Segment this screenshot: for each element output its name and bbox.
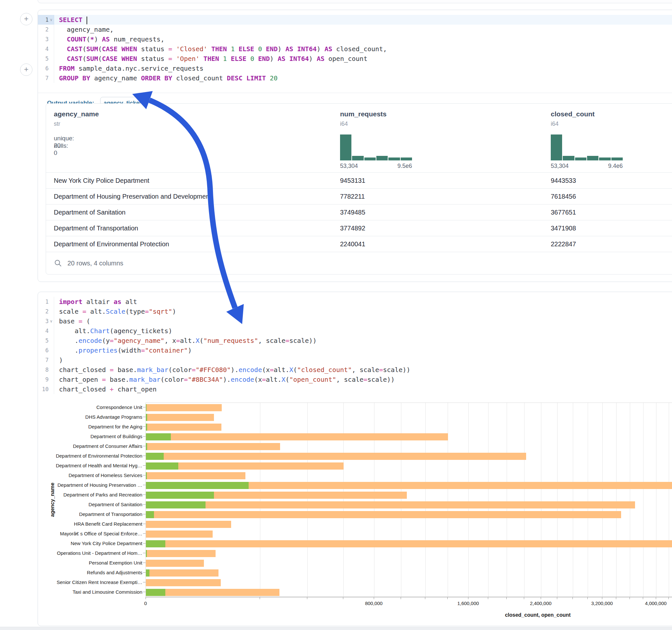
chart-bar-closed xyxy=(146,521,231,528)
code-token: ( xyxy=(293,366,297,374)
code-token: INT64 xyxy=(289,55,309,63)
line-gutter: 2 xyxy=(38,307,54,316)
code-token: ( xyxy=(82,45,86,53)
sql-line[interactable]: 2 agency_name, xyxy=(38,25,672,34)
code-text: CAST(SUM(CASE WHEN status = 'Closed' THE… xyxy=(54,44,387,54)
code-token xyxy=(118,55,122,63)
x-axis-tick xyxy=(668,597,669,599)
add-block-button-top[interactable]: + xyxy=(20,13,32,25)
dataframe-preview: 20 rows, 4 columns agency_namestrunique:… xyxy=(46,103,672,274)
code-token: FROM xyxy=(59,65,75,72)
code-token: (x xyxy=(254,375,262,383)
chart-bar-open xyxy=(146,404,146,411)
grid-line xyxy=(260,403,260,597)
chart-bar-open xyxy=(146,540,165,547)
code-token xyxy=(59,45,67,53)
code-token: 'Closed' xyxy=(176,45,207,53)
table-cell: 3677651 xyxy=(551,204,576,220)
line-number: 5 xyxy=(45,336,49,345)
code-token: "#8BC34A" xyxy=(188,375,223,383)
grid-line xyxy=(343,403,344,597)
histogram-bar xyxy=(376,156,388,161)
code-token: (x xyxy=(262,366,270,374)
sql-line[interactable]: 7GROUP BY agency_name ORDER BY closed_co… xyxy=(38,73,672,83)
x-axis-tick xyxy=(401,597,401,599)
table-row[interactable]: Department of Environmental Protection22… xyxy=(46,236,672,252)
code-token: alt. xyxy=(273,366,289,374)
line-number: 9 xyxy=(45,374,49,384)
code-token: = xyxy=(285,337,289,344)
chart-bar-closed xyxy=(146,443,280,450)
python-code-editor[interactable]: 1import altair as alt2scale = alt.Scale(… xyxy=(38,297,672,394)
histogram-range-labels: 53,3049.4e6 xyxy=(551,163,623,169)
code-token: WHEN xyxy=(122,45,137,53)
fold-chevron-icon[interactable]: ∨ xyxy=(49,316,54,326)
code-token: = xyxy=(110,366,114,374)
y-axis-labels: Correspondence UnitDHS Advantage Program… xyxy=(38,403,142,597)
code-text: SELECT xyxy=(54,15,87,25)
code-token: ) xyxy=(172,308,176,315)
table-row[interactable]: Department of Housing Preservation and D… xyxy=(46,188,672,204)
x-axis-tick xyxy=(557,597,557,599)
table-row[interactable]: Department of Sanitation37494853677651 xyxy=(46,204,672,220)
sql-line[interactable]: 3 COUNT(*) AS num_requests, xyxy=(38,34,672,44)
search-icon[interactable] xyxy=(54,259,62,267)
add-block-button-middle[interactable]: + xyxy=(20,64,32,76)
line-gutter: 1 xyxy=(38,297,54,307)
sql-line[interactable]: 6FROM sample_data.nyc.service_requests xyxy=(38,64,672,73)
sql-line[interactable]: 5 CAST(SUM(CASE WHEN status = 'Open' THE… xyxy=(38,54,672,64)
chart-bar-closed xyxy=(146,560,204,567)
y-axis-category-label: DHS Advantage Programs xyxy=(85,412,142,422)
fold-chevron-icon[interactable]: ∨ xyxy=(49,15,54,25)
table-cell: 2240041 xyxy=(340,236,365,252)
column-name: agency_name xyxy=(54,110,99,118)
line-gutter: 3∨ xyxy=(38,316,54,326)
sql-code-editor[interactable]: 1∨SELECT 2 agency_name,3 COUNT(*) AS num… xyxy=(38,15,672,83)
python-line[interactable]: 4 alt.Chart(agency_tickets) xyxy=(38,326,672,336)
code-token: (color xyxy=(161,375,184,383)
grid-line xyxy=(573,403,573,597)
python-line[interactable]: 10chart_closed + chart_open xyxy=(38,384,672,394)
column-stat: nulls: 0 xyxy=(54,142,68,156)
python-line[interactable]: 5 .encode(y="agency_name", x=alt.X("num_… xyxy=(38,336,672,345)
code-token: alt xyxy=(122,298,137,306)
y-axis-category-label: Personal Exemption Unit xyxy=(89,558,142,568)
column-type: str xyxy=(54,121,60,127)
y-axis-tick xyxy=(143,582,146,582)
y-axis-tick xyxy=(143,533,146,534)
code-text: ) xyxy=(54,355,63,365)
column-name: closed_count xyxy=(551,110,595,118)
code-text: GROUP BY agency_name ORDER BY closed_cou… xyxy=(54,73,278,83)
code-token: encode xyxy=(78,337,102,344)
table-row[interactable]: Department of Transportation377489234719… xyxy=(46,220,672,236)
code-token: as xyxy=(114,298,122,306)
code-text: chart_closed = base.mark_bar(color="#FFC… xyxy=(54,365,410,374)
x-axis-tick xyxy=(541,597,541,599)
code-token: num_requests, xyxy=(110,35,165,43)
code-text: .properties(width="container") xyxy=(54,345,192,355)
code-token: sample_data.nyc.service_requests xyxy=(75,65,203,72)
sql-line[interactable]: 4 CAST(SUM(CASE WHEN status = 'Closed' T… xyxy=(38,44,672,54)
code-token: , x xyxy=(164,337,176,344)
python-line[interactable]: 8chart_closed = base.mark_bar(color="#FF… xyxy=(38,365,672,374)
code-token xyxy=(266,74,270,82)
python-line[interactable]: 2scale = alt.Scale(type="sqrt") xyxy=(38,307,672,316)
python-line[interactable]: 6 .properties(width="container") xyxy=(38,345,672,355)
code-token: X xyxy=(196,337,200,344)
python-line[interactable]: 1import altair as alt xyxy=(38,297,672,307)
code-token: (type xyxy=(125,308,145,315)
python-line[interactable]: 3∨base = ( xyxy=(38,316,672,326)
code-token: ) xyxy=(59,356,63,364)
code-token: encode xyxy=(239,366,262,374)
table-cell: New York City Police Department xyxy=(54,173,149,189)
code-token: X xyxy=(289,366,293,374)
line-gutter: 6 xyxy=(38,64,54,73)
page-bottom-strip xyxy=(0,627,672,630)
chart-bar-closed xyxy=(146,570,218,577)
x-axis-tick-label: 800,000 xyxy=(365,601,383,606)
python-line[interactable]: 9chart_open = base.mark_bar(color="#8BC3… xyxy=(38,374,672,384)
sql-line[interactable]: 1∨SELECT xyxy=(38,15,672,25)
python-line[interactable]: 7) xyxy=(38,355,672,365)
table-row[interactable]: New York City Police Department945313194… xyxy=(46,172,672,189)
line-gutter: 8 xyxy=(38,365,54,374)
